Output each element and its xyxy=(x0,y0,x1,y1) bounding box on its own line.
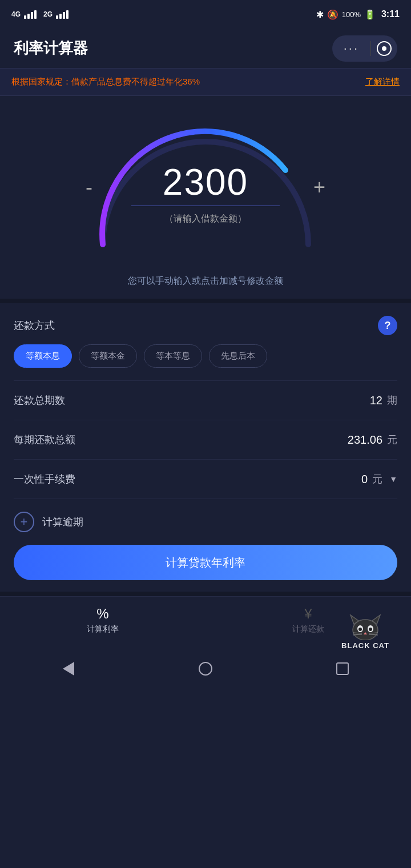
dial-underline xyxy=(131,206,280,206)
repay-option-0[interactable]: 等额本息 xyxy=(14,344,72,368)
dial-center: 2300 （请输入借款金额） xyxy=(131,161,280,225)
dial-section: - 2300 （请输入借款金额） + 您可以手动输入或点击加减号修改金额 xyxy=(0,96,411,299)
total-periods-value-group: 12 期 xyxy=(370,393,397,407)
total-periods-value[interactable]: 12 xyxy=(370,394,382,407)
dial-hint-text: （请输入借款金额） xyxy=(164,213,247,225)
watermark-cat-icon xyxy=(348,612,382,640)
per-period-value-group: 231.06 元 xyxy=(348,433,397,447)
network-2g: 2G xyxy=(43,10,53,18)
sys-recent-button[interactable] xyxy=(328,657,357,680)
action-pill: ··· xyxy=(332,35,397,62)
form-section: 还款方式 ? 等额本息 等额本金 等本等息 先息后本 还款总期数 12 期 每期… xyxy=(0,303,411,545)
bottom-nav-calc-rate[interactable]: % 计算利率 xyxy=(0,606,206,634)
mute-icon: 🔕 xyxy=(327,9,339,20)
calc-loan-rate-button[interactable]: 计算贷款年利率 xyxy=(14,545,397,580)
signal-bars-1 xyxy=(24,10,37,19)
one-time-fee-value-group: 0 元 ▼ xyxy=(361,472,397,486)
watermark: BLACK CAT xyxy=(320,608,411,653)
app-bar-actions: ··· xyxy=(332,35,397,62)
notice-text: 根据国家规定：借款产品总息费不得超过年化36% xyxy=(11,77,200,87)
svg-point-6 xyxy=(369,628,372,631)
dial-amount-display[interactable]: 2300 xyxy=(163,161,248,203)
target-button[interactable] xyxy=(371,35,397,62)
one-time-fee-unit: 元 xyxy=(372,472,382,486)
total-periods-unit: 期 xyxy=(387,393,397,407)
repay-method-header: 还款方式 ? xyxy=(14,316,397,335)
per-period-label: 每期还款总额 xyxy=(14,433,75,447)
per-period-row: 每期还款总额 231.06 元 xyxy=(14,420,397,460)
calc-overdue-row: + 计算逾期 xyxy=(14,499,397,545)
calc-btn-label: 计算贷款年利率 xyxy=(166,555,245,570)
target-icon xyxy=(377,41,392,56)
watermark-text: BLACK CAT xyxy=(341,641,389,650)
repay-option-2[interactable]: 等本等息 xyxy=(144,344,202,368)
dial-description: 您可以手动输入或点击加减号修改金额 xyxy=(128,275,283,287)
dial-minus-button[interactable]: - xyxy=(86,175,92,199)
one-time-fee-value[interactable]: 0 xyxy=(361,473,368,486)
svg-point-5 xyxy=(358,628,362,631)
section-divider-1 xyxy=(0,299,411,303)
app-title: 利率计算器 xyxy=(14,38,88,58)
bottom-nav: % 计算利率 ¥ 计算还款 BLACK CAT xyxy=(0,596,411,653)
calc-overdue-add-button[interactable]: + xyxy=(14,512,34,532)
total-periods-row: 还款总期数 12 期 xyxy=(14,381,397,420)
repay-method-help-button[interactable]: ? xyxy=(378,316,397,335)
calc-btn-section: 计算贷款年利率 xyxy=(0,545,411,592)
back-triangle-icon xyxy=(63,662,74,676)
battery-icon: 🔋 xyxy=(364,9,376,20)
time-display: 3:11 xyxy=(381,9,400,19)
signal-bars-2 xyxy=(56,10,68,19)
status-bar: 4G 2G ✱ 🔕 100% 🔋 3:11 xyxy=(0,0,411,29)
sys-back-button[interactable] xyxy=(54,657,83,680)
repay-option-1[interactable]: 等额本金 xyxy=(79,344,137,368)
total-periods-label: 还款总期数 xyxy=(14,393,65,407)
calc-rate-icon: % xyxy=(96,606,108,622)
status-right: ✱ 🔕 100% 🔋 3:11 xyxy=(316,9,400,20)
one-time-fee-row: 一次性手续费 0 元 ▼ xyxy=(14,460,397,499)
sys-nav-bar xyxy=(0,653,411,688)
overdue-plus-icon: + xyxy=(21,515,28,529)
network-4g: 4G xyxy=(11,10,21,18)
menu-button[interactable]: ··· xyxy=(332,41,370,56)
sys-home-button[interactable] xyxy=(191,657,220,680)
recent-square-icon xyxy=(336,662,349,675)
per-period-unit: 元 xyxy=(387,433,397,447)
status-left: 4G 2G xyxy=(11,10,68,19)
battery-text: 100% xyxy=(342,10,361,19)
repay-method-label: 还款方式 xyxy=(14,319,55,332)
notice-link[interactable]: 了解详情 xyxy=(365,77,400,87)
per-period-value[interactable]: 231.06 xyxy=(348,433,382,447)
calc-overdue-label: 计算逾期 xyxy=(42,515,83,529)
calc-rate-label: 计算利率 xyxy=(87,624,119,634)
section-divider-2 xyxy=(0,592,411,596)
notice-banner: 根据国家规定：借款产品总息费不得超过年化36% 了解详情 xyxy=(0,69,411,96)
repay-method-row: 还款方式 ? 等额本息 等额本金 等本等息 先息后本 xyxy=(14,303,397,381)
dial-plus-button[interactable]: + xyxy=(313,175,325,199)
app-bar: 利率计算器 ··· xyxy=(0,29,411,69)
dial-wrapper: - 2300 （请输入借款金额） + xyxy=(80,113,331,262)
bluetooth-icon: ✱ xyxy=(316,9,324,20)
home-circle-icon xyxy=(199,662,212,676)
repay-options-group: 等额本息 等额本金 等本等息 先息后本 xyxy=(14,344,397,368)
one-time-fee-label: 一次性手续费 xyxy=(14,472,75,486)
one-time-fee-dropdown-arrow[interactable]: ▼ xyxy=(389,475,397,484)
calc-repay-icon: ¥ xyxy=(304,606,312,622)
repay-option-3[interactable]: 先息后本 xyxy=(209,344,267,368)
